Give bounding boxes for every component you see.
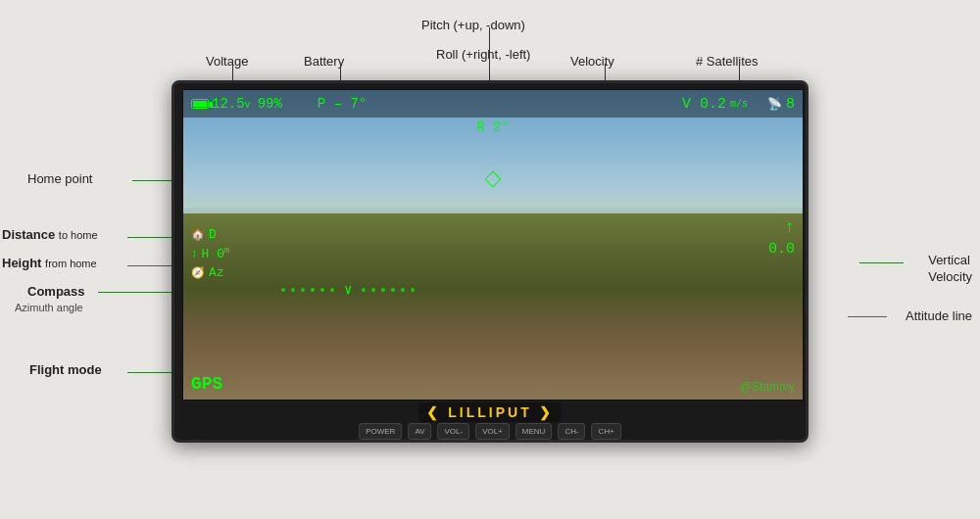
hud-roll-value: R 2° [476,119,510,135]
hud-voltage-value: 12.5v [212,96,251,112]
distance-label: Distance to home [2,227,98,242]
vertical-velocity-label: Vertical Velocity [928,253,972,286]
hud-watermark: @Stammy [740,380,795,394]
hud-compass-value: Az [209,265,224,280]
screen: 12.5v 99% P – 7° V 0.2m/s 📡 8 R 2° [182,89,804,401]
hud-velocity-value: V 0.2 [682,96,726,113]
satellites-label: # Satellites [696,54,759,69]
hud-distance-value: D [209,227,217,242]
hud-right-items: ↑ 0.0 [768,217,795,258]
hud-bottom-bar: GPS @Stammy [191,374,795,394]
monitor-buttons-row: POWER AV VOL- VOL+ MENU CH- CH+ [359,423,621,440]
attitude-line-dots: ∨ [281,281,724,298]
compass-label: Compass [27,284,85,299]
voltage-unit: v [245,100,251,111]
height-icon: ↕ [191,248,198,260]
hud-height-item: ↕ H 0m [191,246,229,261]
hud-satellites: 📡 8 [767,96,795,113]
hud-top-bar: 12.5v 99% P – 7° V 0.2m/s 📡 8 [183,90,803,118]
att-dot-4 [311,288,315,292]
hud-battery-pct: 99% [258,96,282,112]
hud-left-items: 🏠 D ↕ H 0m 🧭 Az [191,227,229,280]
att-dot-10 [391,288,395,292]
battery-label: Battery [304,54,344,69]
velocity-unit: m/s [730,99,748,110]
vert-velocity-value: 0.0 [768,241,795,258]
att-dot-3 [301,288,305,292]
av-button[interactable]: AV [408,423,431,440]
satellite-icon: 📡 [767,97,782,112]
vertical-velocity-line [859,262,904,263]
att-dot-6 [330,288,334,292]
vol-plus-button[interactable]: VOL+ [475,423,510,440]
home-point-label: Home point [27,171,92,186]
azimuth-label: Azimuth angle [15,302,83,313]
height-label: Height from home [2,256,97,270]
velocity-label: Velocity [570,54,614,69]
pitch-arrow [489,27,490,88]
att-dot-5 [320,288,324,292]
attitude-line-label: Attitude line [906,308,972,323]
att-dot-11 [401,288,405,292]
power-button[interactable]: POWER [359,423,402,440]
hud-distance-item: 🏠 D [191,227,229,242]
ch-minus-button[interactable]: CH- [558,423,585,440]
att-dot-2 [291,288,295,292]
pitch-label: Pitch (+up, -down) [421,18,525,32]
vert-arrow-up: ↑ [784,217,795,237]
att-dot-9 [381,288,385,292]
hud-pitch-value: P – 7° [318,96,367,112]
home-diamond [485,171,502,188]
att-dot-12 [411,288,415,292]
att-dot-8 [371,288,375,292]
hud-velocity-block: V 0.2m/s [682,96,748,113]
battery-icon [191,99,209,109]
roll-label: Roll (+right, -left) [436,47,530,62]
monitor: 12.5v 99% P – 7° V 0.2m/s 📡 8 R 2° [172,80,808,443]
hud-gps-mode: GPS [191,374,222,394]
att-dot-7 [362,288,366,292]
voltage-label: Voltage [206,54,248,69]
menu-button[interactable]: MENU [515,423,553,440]
att-chevron: ∨ [344,281,352,298]
hud-satellites-value: 8 [786,96,795,113]
compass-line [98,292,181,293]
battery-fill [193,101,207,107]
monitor-brand: ❮ LILLIPUT ❯ [418,402,561,422]
att-dot-1 [281,288,285,292]
battery-icon-container: 12.5v 99% [191,96,302,112]
ch-plus-button[interactable]: CH+ [592,423,621,440]
flight-mode-label: Flight mode [29,362,102,377]
hud-height-value: H 0m [202,246,230,261]
vol-minus-button[interactable]: VOL- [437,423,469,440]
attitude-line-connector [848,316,887,317]
hud-overlay: 12.5v 99% P – 7° V 0.2m/s 📡 8 R 2° [183,90,803,400]
distance-icon: 🏠 [191,228,205,241]
compass-icon: 🧭 [191,266,205,279]
hud-compass-item: 🧭 Az [191,265,229,280]
